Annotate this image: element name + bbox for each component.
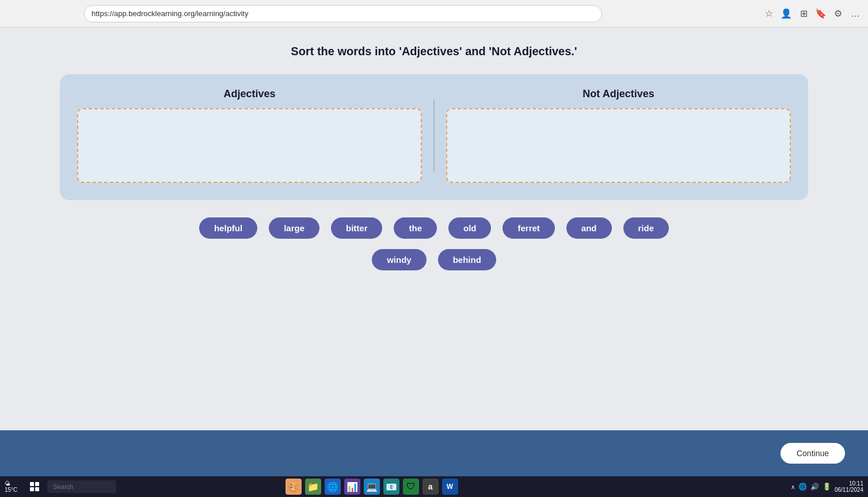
taskbar-clock: 10:11 — [835, 480, 863, 487]
word-chip-ride[interactable]: ride — [623, 217, 669, 239]
extensions-icon[interactable]: ⊞ — [798, 8, 809, 20]
windows-start-button[interactable] — [26, 479, 43, 495]
taskbar-app-blue[interactable]: 💻 — [364, 479, 380, 495]
windows-logo — [30, 482, 39, 491]
browser-chrome: https://app.bedrocklearning.org/learning… — [0, 0, 868, 28]
word-row-2: windybehind — [372, 249, 496, 270]
bottom-bar: Continue — [0, 430, 868, 476]
not-adjectives-title: Not Adjectives — [583, 88, 654, 100]
taskbar-app-word[interactable]: W — [442, 479, 458, 495]
address-bar[interactable]: https://app.bedrocklearning.org/learning… — [84, 5, 602, 22]
word-chip-bitter[interactable]: bitter — [331, 217, 383, 239]
taskbar-date: 06/11/2024 — [835, 487, 863, 493]
taskbar-app-green[interactable]: 🛡 — [403, 479, 419, 495]
not-adjectives-column: Not Adjectives — [446, 88, 791, 183]
url-text: https://app.bedrocklearning.org/learning… — [92, 9, 248, 18]
word-chip-behind[interactable]: behind — [438, 249, 496, 270]
star-icon[interactable]: ☆ — [763, 8, 775, 20]
more-icon[interactable]: … — [850, 8, 861, 20]
word-chip-ferret[interactable]: ferret — [502, 217, 554, 239]
taskbar-app-icons: 🎨 📁 🌐 📊 💻 📧 🛡 a W — [285, 479, 458, 495]
column-divider — [433, 100, 435, 171]
adjectives-drop-zone[interactable] — [77, 108, 422, 183]
taskbar-app-a[interactable]: a — [422, 479, 439, 495]
taskbar-chevron-icon[interactable]: ∧ — [791, 484, 795, 490]
word-chip-windy[interactable]: windy — [372, 249, 427, 270]
not-adjectives-drop-zone[interactable] — [446, 108, 791, 183]
taskbar-volume-icon[interactable]: 🔊 — [810, 483, 819, 491]
taskbar-app-browser[interactable]: 🌐 — [325, 479, 341, 495]
word-chip-old[interactable]: old — [448, 217, 492, 239]
taskbar-network-icon[interactable]: 🌐 — [798, 483, 807, 491]
main-content: Sort the words into 'Adjectives' and 'No… — [0, 28, 868, 430]
instruction-text: Sort the words into 'Adjectives' and 'No… — [291, 45, 577, 58]
taskbar-app-folder[interactable]: 📁 — [305, 479, 321, 495]
adjectives-title: Adjectives — [223, 88, 275, 100]
weather-temp: 15°C — [5, 487, 17, 493]
taskbar-right: ∧ 🌐 🔊 🔋 10:11 06/11/2024 — [791, 480, 863, 493]
taskbar-battery-icon[interactable]: 🔋 — [823, 483, 831, 491]
settings-icon[interactable]: ⚙ — [832, 8, 844, 20]
word-chip-helpful[interactable]: helpful — [199, 217, 257, 239]
taskbar-app-teams[interactable]: 📊 — [344, 479, 360, 495]
word-chip-large[interactable]: large — [269, 217, 319, 239]
taskbar-search-input[interactable] — [47, 480, 116, 493]
weather-icon: 🌤 — [5, 480, 10, 487]
taskbar-time: 10:11 06/11/2024 — [835, 480, 863, 493]
taskbar-app-colorful[interactable]: 🎨 — [285, 479, 302, 495]
taskbar-app-teal[interactable]: 📧 — [383, 479, 399, 495]
browser-toolbar-icons: ☆ 👤 ⊞ 🔖 ⚙ … — [763, 8, 861, 20]
adjectives-column: Adjectives — [77, 88, 422, 183]
continue-button[interactable]: Continue — [781, 443, 845, 464]
taskbar: 🌤 15°C 🎨 📁 🌐 📊 💻 📧 🛡 a W ∧ 🌐 🔊 🔋 10: — [0, 476, 868, 497]
word-bank: helpfullargebittertheoldferretandride wi… — [60, 217, 808, 270]
word-chip-and[interactable]: and — [566, 217, 612, 239]
profile-icon[interactable]: 👤 — [781, 8, 792, 20]
taskbar-weather: 🌤 15°C — [5, 480, 17, 493]
bookmark-icon[interactable]: 🔖 — [815, 8, 827, 20]
word-row-1: helpfullargebittertheoldferretandride — [199, 217, 669, 239]
sort-container: Adjectives Not Adjectives — [60, 74, 808, 200]
taskbar-left: 🌤 15°C — [5, 479, 116, 495]
word-chip-the[interactable]: the — [394, 217, 437, 239]
